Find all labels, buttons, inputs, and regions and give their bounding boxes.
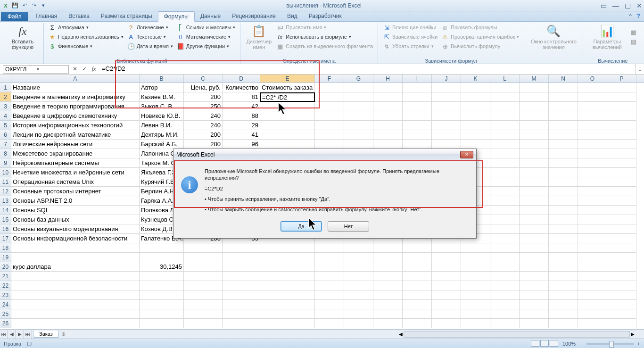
dialog-close-button[interactable]: ✕ <box>460 151 473 158</box>
dialog-titlebar[interactable]: Microsoft Excel ✕ <box>173 149 476 160</box>
dialog-title-text: Microsoft Excel <box>176 151 215 158</box>
dialog-overlay: Microsoft Excel ✕ i Приложение Microsoft… <box>0 0 644 348</box>
no-button[interactable]: Нет <box>328 221 369 232</box>
error-dialog: Microsoft Excel ✕ i Приложение Microsoft… <box>173 149 477 239</box>
yes-button[interactable]: Да <box>281 221 322 232</box>
info-icon: i <box>181 176 198 193</box>
dialog-message: Приложение Microsoft Excel обнаружило ош… <box>205 168 469 213</box>
